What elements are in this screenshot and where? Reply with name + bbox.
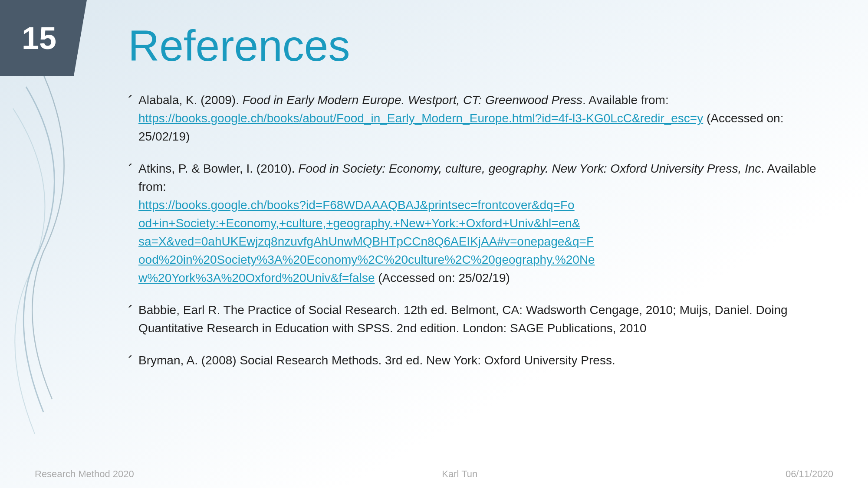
ref2-link[interactable]: https://books.google.ch/books?id=F68WDAA… xyxy=(138,198,595,285)
list-item: ´ Alabala, K. (2009). Food in Early Mode… xyxy=(128,91,833,146)
ref-content: Babbie, Earl R. The Practice of Social R… xyxy=(138,301,833,337)
ref-content: Bryman, A. (2008) Social Research Method… xyxy=(138,351,833,370)
bullet-icon: ´ xyxy=(128,350,133,374)
main-content: References ´ Alabala, K. (2009). Food in… xyxy=(93,0,868,458)
ref-content: Alabala, K. (2009). Food in Early Modern… xyxy=(138,91,833,146)
list-item: ´ Babbie, Earl R. The Practice of Social… xyxy=(128,301,833,337)
slide-number-badge: 15 xyxy=(0,0,87,76)
ref1-link[interactable]: https://books.google.ch/books/about/Food… xyxy=(138,111,703,125)
references-list: ´ Alabala, K. (2009). Food in Early Mode… xyxy=(128,91,833,374)
footer-center: Karl Tun xyxy=(442,468,477,480)
bullet-icon: ´ xyxy=(128,90,133,114)
slide: 15 References ´ Alabala, K. (2009). Food… xyxy=(0,0,868,488)
footer-right: 06/11/2020 xyxy=(786,468,833,480)
slide-number: 15 xyxy=(22,20,56,56)
footer-left: Research Method 2020 xyxy=(35,468,134,480)
bullet-icon: ´ xyxy=(128,159,133,182)
list-item: ´ Bryman, A. (2008) Social Research Meth… xyxy=(128,351,833,374)
list-item: ´ Atkins, P. & Bowler, I. (2010). Food i… xyxy=(128,160,833,287)
ref-content: Atkins, P. & Bowler, I. (2010). Food in … xyxy=(138,160,833,287)
page-title: References xyxy=(128,17,833,69)
bullet-icon: ´ xyxy=(128,300,133,324)
footer: Research Method 2020 Karl Tun 06/11/2020 xyxy=(0,460,868,488)
